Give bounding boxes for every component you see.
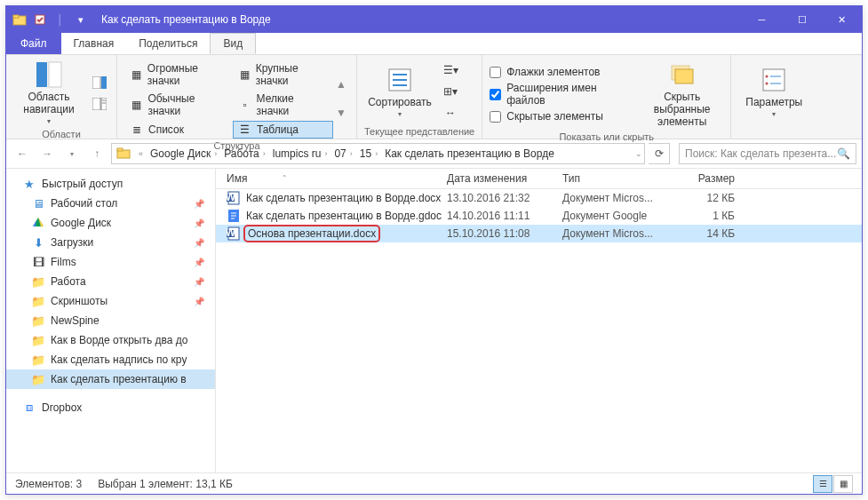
view-table[interactable]: ☰Таблица [233,121,333,139]
view-huge-icons[interactable]: ▦Огромные значки [124,60,233,89]
nav-back-button[interactable]: ← [12,143,33,164]
views-scroll-down-icon[interactable]: ▼ [336,107,346,119]
desktop-icon: 🖥 [31,196,45,210]
crumb-5[interactable]: Как сделать презентацию в Ворде [381,147,558,160]
gdrive-icon [31,216,45,230]
breadcrumb[interactable]: « Google Диск› Работа› lumpics ru› 07› 1… [111,143,645,164]
window-title: Как сделать презентацию в Ворде [101,13,271,26]
hide-selected-button[interactable]: Скрыть выбранные элементы [641,59,723,130]
maximize-button[interactable]: ☐ [782,6,822,33]
word-icon: W [227,226,241,241]
ribbon-tabs: Файл Главная Поделиться Вид [6,33,862,55]
group-by-button[interactable]: ☰▾ [441,60,460,80]
navigation-tree: ★Быстрый доступ 🖥Рабочий стол Google Дис… [6,169,216,472]
options-button[interactable]: Параметры ▾ [738,59,809,124]
sidebar-item-work[interactable]: 📁Работа [6,272,215,291]
sidebar-dropbox[interactable]: ⧈Dropbox [6,398,215,417]
file-row[interactable]: Как сделать презентацию в Ворде.gdoc 14.… [216,207,862,225]
explorer-window: │ ▾ Как сделать презентацию в Ворде ─ ☐ … [5,5,863,495]
col-size[interactable]: Размер [678,172,749,185]
views-scroll-up-icon[interactable]: ▲ [336,78,346,91]
svg-text:W: W [227,226,236,239]
ribbon: Область навигации ▾ Области ▦Огромные зн… [6,55,862,139]
search-icon: 🔍 [837,147,850,160]
checkbox-item-checkboxes[interactable]: Флажки элементов [490,64,635,80]
checkbox-file-extensions[interactable]: Расширения имен файлов [490,80,635,108]
view-small-icons[interactable]: ▫Мелкие значки [233,91,333,119]
navigation-pane-button[interactable]: Область навигации ▾ [13,59,84,127]
view-list[interactable]: ≣Список [124,121,233,139]
nav-up-button[interactable]: ↑ [86,143,108,164]
view-normal-icons[interactable]: ▦Обычные значки [124,91,233,119]
details-pane-button[interactable] [90,94,109,114]
col-name[interactable]: Имя [227,172,247,185]
group-label-current-view: Текущее представление [364,124,474,137]
normal-icons-icon: ▦ [130,98,143,112]
sidebar-item-gdrive[interactable]: Google Диск [6,213,215,233]
sidebar-quick-access[interactable]: ★Быстрый доступ [6,174,215,194]
quick-access-pin-icon[interactable] [30,10,50,29]
chevron-right-icon: › [263,149,266,158]
chevron-right-icon: › [214,149,217,158]
status-selection: Выбран 1 элемент: 13,1 КБ [98,478,233,490]
table-icon: ☰ [238,123,252,137]
folder-icon [116,146,132,162]
nav-forward-button[interactable]: → [36,143,58,164]
dropdown-icon: ▾ [47,117,51,125]
svg-rect-5 [92,76,100,89]
qat-dropdown-icon[interactable]: ▾ [71,10,91,29]
sort-button[interactable]: Сортировать ▾ [364,59,435,124]
list-icon: ≣ [130,123,144,137]
crumb-3[interactable]: 07› [330,147,355,160]
search-input[interactable]: Поиск: Как сделать презента... 🔍 [679,143,856,164]
folder-icon: 📁 [31,372,45,386]
sidebar-item-desktop[interactable]: 🖥Рабочий стол [6,194,215,213]
crumb-0[interactable]: Google Диск› [147,147,220,160]
crumb-4[interactable]: 15› [356,147,381,160]
tab-file[interactable]: Файл [6,33,61,54]
col-type[interactable]: Тип [562,172,678,185]
autosize-columns-button[interactable]: ↔ [441,103,460,123]
chevron-right-icon: › [350,149,353,158]
dropdown-icon: ▾ [398,110,402,118]
dropdown-icon: ▾ [772,110,776,118]
checkbox-hidden-items[interactable]: Скрытые элементы [490,108,635,124]
sidebar-item-folder-a[interactable]: 📁Как в Ворде открыть два до [6,330,215,350]
view-large-icons[interactable]: ▦Крупные значки [233,60,333,89]
folder-icon: 📁 [31,353,45,367]
sidebar-item-screenshots[interactable]: 📁Скриншоты [6,291,215,311]
titlebar: │ ▾ Как сделать презентацию в Ворде ─ ☐ … [6,6,862,33]
crumbs-dropdown-icon[interactable]: ⌄ [635,149,642,158]
svg-rect-3 [36,62,47,87]
svg-rect-8 [101,98,107,110]
crumb-2[interactable]: lumpics ru› [269,147,331,160]
options-icon [760,66,788,94]
svg-point-18 [766,75,768,77]
dropbox-icon: ⧈ [22,401,36,415]
file-row[interactable]: WОснова презентации.docx 15.10.2016 11:0… [216,225,862,242]
tab-share[interactable]: Поделиться [126,33,210,54]
sidebar-item-downloads[interactable]: ⬇Загрузки [6,233,215,252]
minimize-button[interactable]: ─ [742,6,782,33]
refresh-button[interactable]: ⟳ [649,143,670,164]
sidebar-item-folder-b[interactable]: 📁Как сделать надпись по кру [6,350,215,369]
svg-rect-4 [49,62,61,87]
add-columns-button[interactable]: ⊞▾ [441,82,460,101]
sidebar-item-films[interactable]: 🎞Films [6,252,215,272]
file-row[interactable]: WКак сделать презентацию в Ворде.docx 13… [216,189,862,207]
col-date[interactable]: Дата изменения [447,172,562,185]
folder-icon: 📁 [31,294,45,308]
folder-icon [10,10,29,29]
sidebar-item-current[interactable]: 📁Как сделать презентацию в [6,369,215,389]
close-button[interactable]: ✕ [822,6,862,33]
preview-pane-button[interactable] [90,73,109,92]
nav-history-button[interactable]: ▾ [61,143,83,164]
sort-icon [386,66,414,94]
crumb-1[interactable]: Работа› [220,147,269,160]
svg-rect-23 [117,148,123,151]
view-details-button[interactable]: ☰ [813,475,832,493]
view-icons-button[interactable]: ▦ [833,475,853,493]
tab-view[interactable]: Вид [210,33,256,54]
tab-home[interactable]: Главная [61,33,127,54]
sidebar-item-newspine[interactable]: 📁NewSpine [6,311,215,330]
